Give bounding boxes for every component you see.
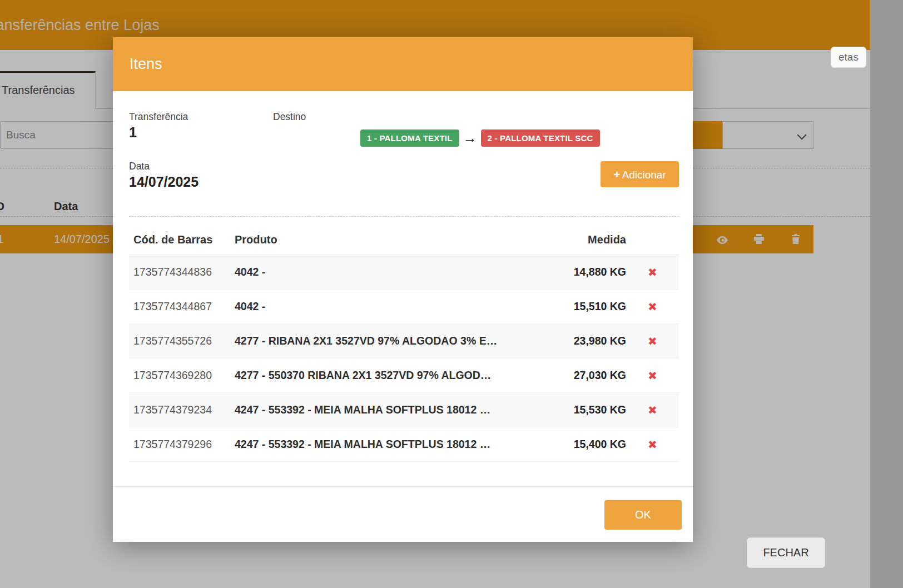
adicionar-label: Adicionar [622, 169, 666, 181]
table-row: 1735774355726 4277 - RIBANA 2X1 3527VD 9… [129, 324, 679, 358]
modal-footer-divider [113, 486, 693, 487]
barcode-cell: 1735774344836 [129, 266, 235, 278]
column-header-medida: Medida [543, 233, 626, 246]
remove-item-button[interactable]: ✖ [648, 335, 657, 348]
table-row: 1735774379296 4247 - 553392 - MEIA MALHA… [129, 427, 679, 462]
data-value: 14/07/2025 [129, 174, 199, 190]
produto-cell: 4042 - [235, 266, 543, 278]
modal-title: Itens [113, 37, 693, 91]
divider [129, 216, 679, 217]
column-header-barcode: Cód. de Barras [129, 233, 235, 246]
table-row: 1735774379234 4247 - 553392 - MEIA MALHA… [129, 393, 679, 427]
remove-item-button[interactable]: ✖ [648, 369, 657, 382]
table-row: 1735774344836 4042 - 14,880 KG ✖ [129, 255, 679, 290]
remove-item-button[interactable]: ✖ [648, 266, 657, 279]
produto-cell: 4247 - 553392 - MEIA MALHA SOFTPLUS 1801… [235, 438, 543, 451]
origin-store-badge: 1 - PALLOMA TEXTIL [360, 129, 459, 147]
itens-modal: Itens Transferência 1 Destino 1 - PALLOM… [113, 37, 693, 542]
produto-cell: 4277 - 550370 RIBANA 2X1 3527VD 97% ALGO… [235, 369, 543, 382]
remove-item-button[interactable]: ✖ [648, 438, 657, 451]
column-header-produto: Produto [235, 233, 543, 246]
plus-icon: + [613, 168, 620, 181]
adicionar-button[interactable]: +Adicionar [601, 161, 679, 187]
items-table-header: Cód. de Barras Produto Medida [129, 225, 679, 255]
modal-header: Itens [113, 37, 693, 91]
produto-cell: 4042 - [235, 300, 543, 313]
table-row: 1735774369280 4277 - 550370 RIBANA 2X1 3… [129, 358, 679, 393]
items-table-body: 1735774344836 4042 - 14,880 KG ✖ 1735774… [129, 255, 679, 462]
barcode-cell: 1735774355726 [129, 335, 235, 347]
table-row: 1735774344867 4042 - 15,510 KG ✖ [129, 290, 679, 324]
barcode-cell: 1735774379296 [129, 438, 235, 451]
data-label: Data [129, 161, 150, 172]
barcode-cell: 1735774344867 [129, 300, 235, 313]
destino-badges: 1 - PALLOMA TEXTIL → 2 - PALLOMA TEXTIL … [360, 129, 600, 147]
remove-item-button[interactable]: ✖ [648, 403, 657, 417]
medida-cell: 15,530 KG [543, 403, 626, 416]
ok-button[interactable]: OK [604, 500, 682, 530]
barcode-cell: 1735774379234 [129, 403, 235, 416]
medida-cell: 15,400 KG [543, 438, 626, 451]
produto-cell: 4277 - RIBANA 2X1 3527VD 97% ALGODAO 3% … [235, 335, 543, 347]
fechar-button[interactable]: FECHAR [747, 537, 825, 568]
etiquetas-button[interactable]: etas [831, 47, 866, 68]
transferencia-label: Transferência [129, 111, 188, 123]
produto-cell: 4247 - 553392 - MEIA MALHA SOFTPLUS 1801… [235, 403, 543, 416]
barcode-cell: 1735774369280 [129, 369, 235, 382]
medida-cell: 14,880 KG [543, 266, 626, 278]
destination-store-badge: 2 - PALLOMA TEXTIL SCC [481, 129, 600, 147]
medida-cell: 23,980 KG [543, 335, 626, 347]
medida-cell: 15,510 KG [543, 300, 626, 313]
arrow-right-icon: → [463, 131, 477, 145]
destino-label: Destino [273, 111, 306, 123]
remove-item-button[interactable]: ✖ [648, 300, 657, 313]
medida-cell: 27,030 KG [543, 369, 626, 382]
transferencia-value: 1 [129, 124, 137, 141]
screen: Transferências entre Lojas Transferência… [0, 0, 903, 588]
